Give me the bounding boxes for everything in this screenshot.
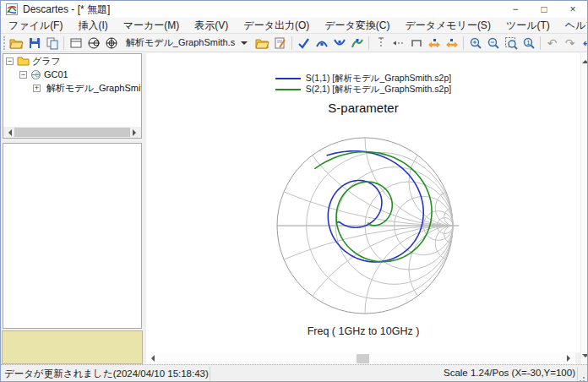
open-folder-icon [9, 36, 24, 50]
menu-data-memory[interactable]: データメモリー(S) [397, 17, 498, 35]
menu-view[interactable]: 表示(V) [187, 17, 236, 35]
expand-toggle-icon[interactable]: + [33, 85, 41, 92]
bracket-icon [410, 36, 423, 50]
zoom-area-button[interactable] [502, 35, 520, 52]
redo-button[interactable]: ↷ [561, 35, 579, 52]
status-scale-position: Scale 1.24/Pos (X=-30,Y=100) [444, 368, 575, 378]
undo-button[interactable]: ↶ [543, 35, 561, 52]
polar-chart-icon [105, 36, 118, 50]
marker-pencil-icon [297, 36, 311, 50]
title-bar: Descartes - [* 無題] − □ × [1, 1, 587, 18]
vertical-line-marker-button[interactable] [372, 35, 389, 52]
chart-vertical-scrollbar[interactable] [580, 53, 588, 364]
menu-data-output[interactable]: データ出力(O) [236, 17, 317, 35]
open-folder-icon [255, 36, 270, 50]
project-tree-panel: − グラフ − GC01 + [3, 53, 142, 139]
scroll-right-arrow[interactable] [567, 355, 574, 362]
toolbar: 解析モデル_GraphSmith.s [1, 34, 587, 52]
model-selector[interactable]: 解析モデル_GraphSmith.s [122, 35, 251, 51]
scrollbar-thumb[interactable] [14, 128, 130, 137]
scroll-right-arrow[interactable] [133, 129, 139, 136]
legend-label-s11: S(1,1) [解析モデル_GraphSmith.s2p] [306, 73, 451, 85]
menu-insert[interactable]: 挿入(I) [70, 17, 115, 35]
scrollbar-thumb[interactable] [357, 354, 369, 363]
chart-title: S-parameter [146, 101, 580, 115]
edit-document-icon [274, 36, 287, 50]
marker-edit-button[interactable] [295, 35, 313, 52]
menu-marker[interactable]: マーカー(M) [116, 17, 188, 35]
chevron-down-icon [241, 41, 248, 48]
menu-data-convert[interactable]: データ変換(C) [317, 17, 397, 35]
toolbar-separator [368, 36, 369, 50]
open-file-button[interactable] [8, 35, 25, 52]
collapse-toggle-icon[interactable]: − [6, 57, 14, 65]
window-title: Descartes - [* 無題] [23, 3, 110, 17]
smith-chart-plot [255, 127, 475, 325]
toolbar-separator [540, 36, 541, 50]
menu-help[interactable]: ヘルプ(H) [558, 17, 588, 35]
marker-move-right-button[interactable] [443, 35, 460, 52]
toolbar-separator [291, 36, 292, 50]
graph-list-button[interactable] [67, 35, 84, 52]
menu-bar: ファイル(F) 挿入(I) マーカー(M) 表示(V) データ出力(O) データ… [1, 18, 587, 34]
app-window: Descartes - [* 無題] − □ × ファイル(F) 挿入(I) マ… [0, 0, 588, 382]
toolbar-grip [3, 36, 5, 50]
move-marker-left-icon [427, 36, 441, 50]
polar-chart-button[interactable] [102, 35, 120, 52]
note-panel [2, 330, 143, 364]
marker-move-left-button[interactable] [425, 35, 443, 52]
scroll-left-arrow[interactable] [148, 355, 155, 362]
peak-marker-icon [351, 36, 364, 50]
copy-icon [46, 36, 59, 50]
scroll-left-arrow[interactable] [5, 129, 12, 136]
status-divider [577, 367, 578, 381]
horizontal-dashed-arrow-icon [392, 36, 406, 50]
zoom-in-icon [469, 36, 482, 50]
tree-horizontal-scrollbar[interactable] [3, 127, 141, 138]
scroll-down-arrow[interactable] [582, 354, 588, 361]
maximize-button[interactable]: □ [530, 1, 558, 18]
vertical-dashed-line-icon [374, 36, 388, 50]
smith-graph-icon [30, 69, 41, 80]
menu-tools[interactable]: ツール(T) [498, 17, 558, 35]
marker-arc-down-button[interactable] [313, 35, 330, 52]
save-icon [28, 36, 41, 50]
save-button[interactable] [25, 35, 43, 52]
tree-item-label: グラフ [32, 55, 61, 68]
status-bar: データが更新されました(2024/04/10 15:18:43) Scale 1… [1, 364, 587, 382]
collapse-toggle-icon[interactable]: − [19, 71, 27, 79]
chart-legend: S(1,1) [解析モデル_GraphSmith.s2p] S(2,1) [解析… [146, 74, 580, 95]
toolbar-separator [63, 36, 64, 50]
menu-file[interactable]: ファイル(F) [1, 17, 70, 35]
zoom-in-button[interactable] [466, 35, 484, 52]
close-button[interactable]: × [558, 1, 587, 18]
minimize-button[interactable]: − [501, 1, 530, 18]
status-divider [210, 367, 210, 381]
graph-panel-icon [69, 36, 83, 50]
zoom-out-button[interactable] [484, 35, 502, 52]
model-selector-value: 解析モデル_GraphSmith.s [126, 36, 235, 49]
delta-marker-button[interactable] [407, 35, 425, 52]
scroll-up-arrow[interactable] [582, 57, 588, 63]
resize-grip[interactable] [579, 374, 586, 382]
view-undo-button[interactable]: ↩ [579, 35, 588, 52]
tree-item-gc01[interactable]: − GC01 [3, 68, 141, 81]
tree-item-label: GC01 [44, 69, 68, 79]
legend-line-s11 [275, 78, 301, 79]
tree-item-model[interactable]: + 解析モデル_GraphSmith.s2p [3, 81, 141, 95]
marker-arc-up-button[interactable] [330, 35, 348, 52]
marker-peak-button[interactable] [348, 35, 366, 52]
zoom-out-icon [487, 36, 500, 50]
smith-chart-view[interactable]: S(1,1) [解析モデル_GraphSmith.s2p] S(2,1) [解析… [146, 53, 580, 352]
tree-item-graph[interactable]: − グラフ [3, 54, 141, 68]
smith-chart-button[interactable] [84, 35, 102, 52]
edit-model-button[interactable] [271, 35, 289, 52]
horizontal-line-marker-button[interactable] [389, 35, 407, 52]
zoom-100-button[interactable]: 1 [520, 35, 537, 52]
chart-horizontal-scrollbar[interactable] [146, 352, 575, 364]
copy-button[interactable] [43, 35, 61, 52]
legend-line-s21 [275, 89, 301, 90]
undo-icon: ↶ [547, 37, 558, 49]
open-model-button[interactable] [253, 35, 271, 52]
svg-text:1: 1 [526, 39, 530, 45]
